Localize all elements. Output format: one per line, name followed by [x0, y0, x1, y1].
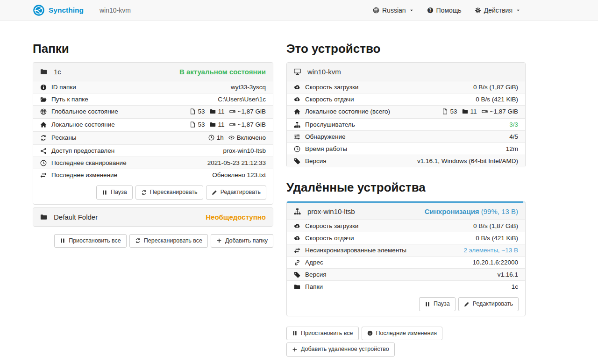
folder-edit-button[interactable]: Редактировать: [206, 186, 266, 200]
devices-column: Это устройство win10-kvm Скорость загруз…: [286, 42, 526, 357]
tag-icon: [294, 158, 300, 164]
share-icon: [40, 148, 47, 154]
pencil-icon: [212, 190, 217, 195]
folder-default-header[interactable]: Default Folder Необщедоступно: [33, 208, 273, 226]
value-segment: 11: [462, 108, 477, 115]
value-segment: ~1,87 GiB: [229, 121, 266, 128]
device-pause-button[interactable]: Пауза: [419, 297, 456, 311]
listeners-row: Прослушиватель3/3: [287, 119, 525, 131]
remote-device-panel: prox-win10-ltsb Синхронизация (99%, 13 B…: [286, 201, 526, 316]
folder-1c-status: В актуальном состоянии: [179, 68, 266, 76]
device-edit-button[interactable]: Редактировать: [458, 297, 519, 311]
plus-icon: [216, 238, 222, 243]
value-segment: 1c: [512, 283, 518, 290]
pause-all-devices-button[interactable]: Приостановить все: [286, 327, 359, 341]
hdd-icon: [229, 121, 235, 128]
folder-id-row: ID папкиwyt33-3yscq: [33, 81, 273, 93]
pause-icon: [60, 238, 65, 243]
value-segment: v1.16.1, Windows (64-bit Intel/AMD): [417, 157, 518, 164]
folder-1c-header[interactable]: 1c В актуальном состоянии: [33, 63, 273, 81]
help-menu-label: Помощь: [436, 7, 462, 14]
rescan-all-button[interactable]: Пересканировать все: [129, 234, 208, 248]
value-segment: 11: [210, 121, 225, 128]
listeners-row-label: Прослушиватель: [305, 121, 355, 128]
download-rate-row-label: Скорость загрузки: [305, 84, 358, 91]
last-scan-row-label: Последнее сканирование: [51, 159, 127, 166]
uptime-row: Время работы12m: [287, 143, 525, 155]
value-segment: 53: [442, 108, 457, 115]
download-icon: [294, 84, 300, 91]
remote-download-rate-row: Скорость загрузки0 B/s (1,87 GiB): [287, 220, 525, 232]
navbar-menu: RussianПомощьДействия: [373, 7, 591, 14]
value-segment: 10.20.1.6:22000: [472, 259, 518, 266]
clock-icon: [208, 135, 214, 141]
syncthing-brand: Syncthing: [33, 4, 84, 16]
eye-icon: [228, 135, 235, 141]
folder-path-row: Путь к папкеC:\Users\User\1c: [33, 93, 273, 106]
hdd-icon: [229, 108, 235, 114]
folder-pause-button[interactable]: Пауза: [96, 186, 133, 200]
clock-icon: [40, 160, 47, 166]
clock-icon: [294, 146, 300, 152]
recent-changes-button[interactable]: Последние изменения: [362, 327, 443, 341]
folder-icon: [210, 108, 216, 114]
value-segment: wyt33-3yscq: [231, 84, 266, 91]
device-edit-button-label: Редактировать: [473, 300, 513, 308]
folder-icon: [294, 284, 300, 290]
help-menu[interactable]: Помощь: [427, 7, 462, 14]
remote-status-detail: (99%, 13 B): [481, 207, 518, 215]
upload-rate-row: Скорость отдачи0 B/s (421 KiB): [287, 93, 525, 106]
remote-device-header[interactable]: prox-win10-ltsb Синхронизация (99%, 13 B…: [287, 203, 525, 220]
globe-icon: [40, 108, 47, 115]
desktop-icon: [294, 68, 301, 75]
last-change-row-label: Последнее изменение: [51, 171, 117, 178]
version-row: Версияv1.16.1, Windows (64-bit Intel/AMD…: [287, 155, 525, 167]
value-segment: ~1,87 GiB: [482, 108, 518, 115]
value-segment: 12m: [506, 145, 518, 152]
pencil-icon: [464, 301, 470, 307]
refresh-icon: [141, 190, 147, 195]
value-segment: 1h: [208, 134, 224, 141]
last-change-row: Последнее изменениеОбновлено 123.txt: [33, 169, 273, 181]
folders-column: Папки 1c В актуальном состоянии ID папки…: [33, 42, 273, 357]
remote-device-actions: ПаузаРедактировать: [287, 293, 525, 316]
folder-open-icon: [40, 96, 47, 103]
this-device-header[interactable]: win10-kvm: [287, 63, 525, 81]
folder-rescan-button-label: Пересканировать: [150, 188, 198, 197]
upload-rate-row-label: Скорость отдачи: [305, 96, 354, 103]
syncthing-logo-icon: [33, 4, 45, 16]
brand-label: Syncthing: [49, 6, 84, 14]
pause-all-folders-button-label: Приостановить все: [69, 237, 121, 245]
folder-actions: ПаузаПересканироватьРедактировать: [33, 181, 273, 204]
remote-version-row-label: Версия: [305, 271, 327, 278]
remote-folders-row: Папки1c: [287, 281, 525, 293]
add-folder-button[interactable]: Добавить папку: [211, 234, 273, 248]
pause-icon: [292, 330, 298, 336]
value-segment: Включено: [228, 134, 266, 141]
hdd-icon: [482, 108, 488, 114]
language-menu[interactable]: Russian: [373, 7, 414, 14]
shared-with-row-label: Доступ предоставлен: [51, 147, 114, 154]
discovery-row: Обнаружение4/5: [287, 131, 525, 143]
folder-rescan-button[interactable]: Пересканировать: [135, 186, 203, 200]
question-circle-icon: [427, 7, 434, 14]
home-icon: [40, 121, 47, 128]
this-device-name: win10-kvm: [307, 68, 518, 76]
actions-menu[interactable]: Действия: [475, 7, 520, 14]
sliders-icon: [294, 134, 300, 140]
add-remote-device-button[interactable]: Добавить удалённое устройство: [286, 343, 395, 357]
remote-device-name: prox-win10-ltsb: [307, 207, 418, 215]
local-state-total-row: Локальное состояние (всего)5311~1,87 GiB: [287, 106, 525, 119]
address-row: Адрес10.20.1.6:22000: [287, 257, 525, 269]
main-content: Папки 1c В актуальном состоянии ID папки…: [0, 21, 598, 357]
this-device-panel: win10-kvm Скорость загрузки0 B/s (1,87 G…: [286, 62, 526, 167]
out-of-sync-row: Несинхронизированные элементы2 элементы,…: [287, 244, 525, 257]
remote-device-status: Синхронизация (99%, 13 B): [425, 207, 518, 215]
local-state-row-label: Локальное состояние: [51, 121, 115, 128]
remote-version-row: Версияv1.16.1: [287, 269, 525, 281]
value-segment: 0 B/s (421 KiB): [476, 96, 518, 103]
this-device-details-table: Скорость загрузки0 B/s (1,87 GiB)Скорост…: [287, 81, 525, 167]
value-segment: 11: [210, 108, 225, 115]
pause-all-folders-button[interactable]: Приостановить все: [54, 234, 127, 248]
value-segment[interactable]: 2 элементы, ~13 B: [463, 247, 518, 254]
